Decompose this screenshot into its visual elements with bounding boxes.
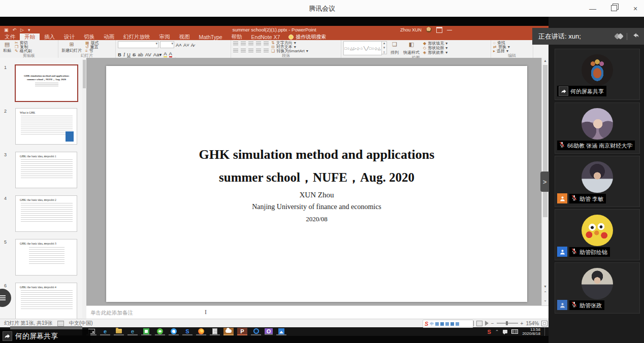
sogou-logo-icon[interactable]: S [425, 321, 428, 327]
select-button[interactable]: ▸选择▾ [493, 49, 510, 53]
scrollbar-thumb[interactable] [543, 65, 548, 217]
tab-view[interactable]: 视图 [175, 33, 195, 40]
shape-fill-button[interactable]: ◆形状填充▾ [423, 42, 447, 46]
arrange-button[interactable]: ❏ 排列 [390, 41, 400, 55]
shapes-gallery-scroll[interactable]: ▲▼≡ [382, 41, 387, 54]
taskbar-powerpoint-icon[interactable]: P [237, 328, 247, 335]
font-color-button[interactable]: A [169, 51, 172, 57]
tray-expand-icon[interactable]: ⌃ [495, 329, 499, 334]
tab-slideshow[interactable]: 幻灯片放映 [119, 33, 155, 40]
ime-mode-indicator[interactable]: 中 [430, 321, 434, 327]
clear-format-icon[interactable]: A̷ [191, 42, 194, 48]
return-icon[interactable] [631, 31, 639, 41]
change-case-button[interactable]: Aa▾ [153, 52, 162, 57]
previous-slide-icon[interactable]: ⌃ [542, 291, 549, 295]
shrink-font-icon[interactable]: A˅ [183, 42, 189, 48]
grow-font-icon[interactable]: A˄ [176, 42, 182, 48]
slide-thumbnail-4[interactable]: GHK: the basic idea, mvprobit 2 [15, 195, 77, 232]
paste-button[interactable]: ▤ 粘贴 [2, 41, 12, 53]
panel-collapse-chevron[interactable]: > [540, 172, 549, 192]
tray-chat-icon[interactable] [503, 330, 507, 333]
quick-styles-button[interactable]: ◧ 快速样式 [402, 41, 421, 55]
ime-emoji-icon[interactable] [440, 322, 444, 326]
bold-button[interactable]: B [118, 52, 121, 57]
font-size-select[interactable] [160, 41, 174, 48]
tab-transitions[interactable]: 切换 [79, 33, 99, 40]
shape-outline-button[interactable]: ◇形状轮廓▾ [423, 46, 447, 50]
tray-sogou-icon[interactable]: S [488, 329, 491, 335]
taskbar-wechat-icon[interactable] [155, 328, 165, 335]
taskbar-tim-icon[interactable] [169, 328, 179, 335]
zoom-slider[interactable] [497, 323, 518, 324]
ppt-minimize-icon[interactable]: — [447, 27, 452, 32]
indent-decrease-icon[interactable] [248, 42, 253, 46]
highlight-color-button[interactable]: A [164, 51, 167, 57]
italic-button[interactable]: I [123, 52, 125, 57]
underline-button[interactable]: U [127, 52, 131, 57]
tell-me-search[interactable]: 操作说明搜索 [284, 33, 330, 40]
participant-tile[interactable]: 助管邵绘锦 [555, 209, 640, 260]
zoom-out-icon[interactable]: − [491, 321, 494, 326]
close-icon[interactable]: × [631, 5, 640, 13]
taskbar-sogou-icon[interactable] [223, 328, 234, 335]
next-slide-icon[interactable]: ⌄ [542, 298, 549, 302]
taskbar-skype-icon[interactable]: S [182, 328, 192, 335]
tray-keyboard-icon[interactable] [511, 329, 518, 334]
tab-file[interactable]: 文件 [0, 33, 20, 40]
columns-icon[interactable] [264, 49, 269, 53]
taskbar-qqbrowser-icon[interactable] [251, 328, 261, 335]
screen-share-overlay[interactable]: 何的屏幕共享 [0, 329, 90, 343]
ime-punctuation-icon[interactable] [435, 322, 439, 326]
slideshow-view-icon[interactable] [485, 321, 489, 326]
zoom-level[interactable]: 154% [526, 321, 539, 326]
tab-animations[interactable]: 动画 [99, 33, 119, 40]
account-name[interactable]: Zhou XUN [400, 27, 422, 32]
ime-skin-icon[interactable] [450, 322, 454, 326]
account-avatar[interactable] [426, 27, 432, 32]
slide-thumbnail-5[interactable]: GHK: the basic idea, mvprobit 3 [15, 239, 77, 276]
indent-increase-icon[interactable] [256, 42, 261, 46]
justify-icon[interactable] [256, 49, 261, 53]
slide-thumbnail-3[interactable]: GHK: the basic idea, mvprobit 1 [15, 152, 77, 188]
scroll-up-icon[interactable]: ▲ [542, 59, 549, 62]
tab-endnote[interactable]: EndNote X7 [247, 33, 285, 40]
tab-insert[interactable]: 插入 [40, 33, 59, 40]
scroll-down-icon[interactable]: ▼ [542, 285, 549, 288]
taskbar-explorer-icon[interactable] [114, 328, 124, 335]
bullets-icon[interactable] [233, 42, 238, 46]
shape-effects-button[interactable]: ◈形状效果▾ [423, 51, 447, 55]
taskbar-edge-icon[interactable]: e [100, 328, 110, 335]
taskbar-photos-icon[interactable] [276, 328, 286, 335]
align-center-icon[interactable] [241, 49, 246, 53]
line-spacing-icon[interactable] [264, 42, 269, 46]
participant-tile[interactable]: 66助教 张涵 南京财经大学 [555, 102, 640, 154]
format-painter-button[interactable]: ✎格式刷 [15, 49, 32, 53]
restore-icon[interactable] [609, 5, 619, 13]
taskbar-firefox-icon[interactable] [196, 328, 206, 335]
text-shadow-button[interactable]: ab [138, 52, 143, 57]
show-desktop-button[interactable] [544, 327, 546, 336]
current-slide[interactable]: GHK simulation method and applications s… [106, 66, 527, 302]
tray-clock[interactable]: 13:58 2020/8/18 [522, 328, 540, 336]
taskbar-notepad-icon[interactable] [210, 328, 220, 335]
tab-mathtype[interactable]: MathType [195, 33, 227, 40]
language-indicator[interactable]: 中文(中国) [69, 320, 93, 327]
fit-to-window-icon[interactable] [541, 321, 548, 326]
align-right-icon[interactable] [248, 49, 253, 53]
participant-tile[interactable]: 助管 李敏 [555, 156, 640, 207]
taskbar-green-app-icon[interactable] [141, 328, 151, 335]
slide-thumbnail-6[interactable]: GHK: the basic idea, mvprobit 4 [15, 283, 77, 319]
participant-tile[interactable]: 助管张政 [555, 262, 640, 314]
ime-voice-icon[interactable] [445, 322, 449, 326]
strikethrough-button[interactable]: S [133, 52, 136, 57]
taskbar-opera-icon[interactable]: O [265, 328, 273, 335]
align-left-icon[interactable] [233, 49, 238, 53]
tab-home[interactable]: 开始 [20, 33, 40, 40]
new-slide-button[interactable]: ⊞ 新建幻灯片 [60, 41, 83, 53]
sogou-input-bar[interactable]: S 中 [423, 320, 473, 328]
ribbon-display-options-icon[interactable] [436, 27, 442, 33]
tab-design[interactable]: 设计 [59, 33, 79, 40]
section-button[interactable]: ≡节 [85, 49, 99, 53]
ime-toolbox-icon[interactable] [456, 322, 459, 326]
tab-help[interactable]: 帮助 [227, 33, 247, 40]
